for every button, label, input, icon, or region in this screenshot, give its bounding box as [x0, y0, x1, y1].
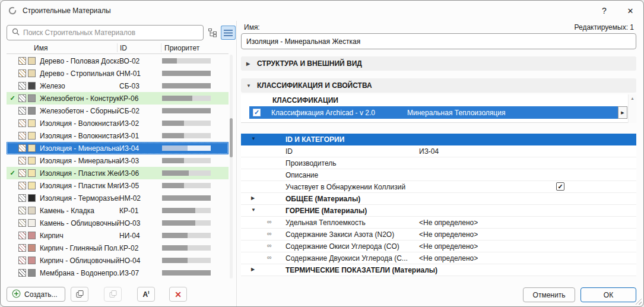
property-row[interactable]: ∞Содержание Окиси Углерода (CO)<Не опред…	[241, 240, 636, 252]
material-name: Железо	[40, 82, 119, 90]
classification-row[interactable]: ✓ Классификация Archicad - v 2.0 Минерал…	[249, 106, 618, 119]
property-value: ИЗ-04	[419, 147, 439, 156]
property-label: ГОРЕНИЕ (Материалы)	[285, 207, 367, 215]
property-row[interactable]: ▶ОБЩЕЕ (Материалы)	[241, 193, 636, 205]
section-classification-properties[interactable]: ▼ КЛАССИФИКАЦИЯ И СВОЙСТВА	[241, 78, 636, 93]
material-color-swatch	[28, 119, 36, 127]
property-row[interactable]: ∞Удельная Теплоемкость<Не определено>	[241, 217, 636, 229]
create-button[interactable]: Создать...	[7, 287, 65, 302]
column-header-id[interactable]: ID	[120, 44, 127, 52]
list-view-button[interactable]	[221, 26, 236, 40]
priority-bar-fill	[162, 121, 184, 126]
expand-icon[interactable]: ▶	[251, 196, 255, 201]
materials-scrollbar[interactable]	[230, 55, 233, 278]
close-button[interactable]: ✕	[617, 1, 643, 20]
column-header-name[interactable]: Имя	[34, 44, 47, 52]
search-box[interactable]	[7, 25, 204, 40]
property-row[interactable]: Участвует в Обнаружении Коллизий✓	[241, 181, 636, 193]
material-id: НМ-01	[119, 69, 162, 78]
row-check-icon: ✓	[7, 92, 18, 105]
collapse-icon[interactable]: ▼	[251, 208, 256, 213]
material-id: СБ-02	[119, 107, 162, 115]
material-row[interactable]: ✓Железобетон - Конструк...КР-06	[7, 92, 229, 105]
collapse-icon[interactable]: ▼	[251, 137, 256, 141]
search-input[interactable]	[23, 29, 198, 37]
property-row[interactable]: Описание	[241, 169, 636, 181]
material-row[interactable]: Изоляция - ТерморазъемНМ-02	[7, 192, 229, 204]
tree-view-button[interactable]	[205, 26, 220, 40]
property-label: Описание	[285, 171, 318, 179]
property-row[interactable]: ▼ID И КАТЕГОРИИ	[241, 134, 636, 145]
material-row[interactable]: Камень - ОблицовочныйНО-03	[7, 217, 229, 229]
property-row[interactable]: ∞Содержание Закиси Азота (N2O)<Не опреде…	[241, 229, 636, 240]
material-row[interactable]: Кирпич - ОблицовочныйНО-04	[7, 254, 229, 267]
property-label: Удельная Теплоемкость	[285, 219, 366, 227]
classification-expand-button[interactable]: ▶	[618, 106, 627, 119]
material-name: Дерево - Стропильная С...	[40, 69, 119, 78]
property-row[interactable]: ▶ТЕРМИЧЕСКИЕ ПОКАЗАТЕЛИ (Материалы)	[241, 264, 636, 276]
property-row[interactable]: ∞Содержание Двуокиси Углерода (С...<Не о…	[241, 252, 636, 264]
link-icon: ∞	[267, 219, 272, 225]
material-row[interactable]: КирпичНИ-04	[7, 229, 229, 242]
material-name: Железобетон - Сборный	[40, 107, 119, 115]
material-id: НО-04	[119, 257, 162, 265]
material-name-input[interactable]	[241, 33, 636, 49]
material-id: ИЗ-01	[119, 132, 162, 140]
ok-button[interactable]: ОК	[580, 287, 636, 302]
priority-bar	[162, 96, 211, 101]
rename-button[interactable]: AI	[137, 287, 155, 302]
material-name: Изоляция - Терморазъем	[40, 194, 119, 202]
material-name: Камень - Облицовочный	[40, 219, 119, 227]
link-icon: ∞	[267, 230, 272, 237]
material-row[interactable]: Мембрана - Водонепро...ИЗ-07	[7, 267, 229, 279]
property-checkbox[interactable]: ✓	[556, 182, 564, 191]
material-row[interactable]: Изоляция - Волокнистая ...ИЗ-01	[7, 129, 229, 142]
delete-button[interactable]: ✕	[169, 287, 187, 302]
classifications-pane: КЛАССИФИКАЦИИ ✓ Классификация Archicad -…	[241, 94, 636, 123]
material-row[interactable]: Железобетон - СборныйСБ-02	[7, 105, 229, 117]
column-header-priority[interactable]: Приоритет	[164, 44, 199, 52]
material-row[interactable]: Дерево - Стропильная С...НМ-01	[7, 67, 229, 80]
material-row[interactable]: Изоляция - Волокнистая ...ИЗ-02	[7, 117, 229, 129]
priority-bar-fill	[162, 108, 211, 113]
expand-icon[interactable]: ▶	[251, 267, 255, 272]
material-row[interactable]: Дерево - Половая ДоскаВО-02	[7, 55, 229, 67]
help-button[interactable]: ?	[591, 1, 617, 20]
cancel-button[interactable]: Отменить	[523, 287, 575, 302]
property-row[interactable]: IDИЗ-04	[241, 145, 636, 157]
duplicate-button[interactable]	[71, 287, 88, 302]
material-row[interactable]: Изоляция - Минеральна...ИЗ-03	[7, 154, 229, 167]
material-name: Камень - Кладка	[40, 207, 119, 215]
material-row[interactable]: ЖелезоСБ-03	[7, 80, 229, 92]
scrollbar-thumb[interactable]	[230, 118, 233, 157]
material-pattern-swatch	[18, 119, 26, 127]
classification-checkbox[interactable]: ✓	[253, 109, 261, 116]
material-row[interactable]: Изоляция - Минеральна...ИЗ-04	[7, 142, 229, 154]
property-value: <Не определено>	[419, 254, 478, 262]
material-pattern-swatch	[18, 269, 26, 277]
window-title: Строительные Материалы	[23, 7, 111, 15]
section-classification-label: КЛАССИФИКАЦИЯ И СВОЙСТВА	[257, 81, 372, 90]
classifications-header: КЛАССИФИКАЦИИ	[272, 96, 338, 105]
material-row[interactable]: ✓Изоляция - Пластик Жес...ИЗ-06	[7, 167, 229, 179]
priority-bar-fill	[162, 195, 211, 201]
material-row[interactable]: Кирпич - Глиняный Пол...КР-02	[7, 242, 229, 254]
material-pattern-swatch	[18, 182, 26, 189]
material-row[interactable]: Камень - КладкаКР-01	[7, 204, 229, 217]
material-name: Изоляция - Минеральна...	[40, 144, 119, 153]
priority-bar	[162, 195, 211, 201]
materials-list-header: Имя ID Приоритет	[7, 42, 229, 54]
material-row[interactable]: Изоляция - Пластик Мяг...ИЗ-05	[7, 179, 229, 192]
material-name: Кирпич - Облицовочный	[40, 257, 119, 265]
property-row[interactable]: ▼ГОРЕНИЕ (Материалы)	[241, 205, 636, 217]
material-id: ИЗ-05	[119, 182, 162, 190]
material-color-swatch	[28, 94, 36, 102]
building-materials-dialog: Строительные Материалы ? ✕ Имя ID Приори…	[0, 0, 644, 307]
material-color-swatch	[28, 169, 36, 177]
section-structure-appearance[interactable]: ▶ СТРУКТУРА И ВНЕШНИЙ ВИД	[241, 56, 636, 71]
classifications-scrollbar[interactable]: ▲	[628, 94, 636, 123]
materials-list: Дерево - Половая ДоскаВО-02Дерево - Стро…	[7, 55, 229, 279]
material-dialog-icon	[8, 6, 17, 15]
priority-bar	[162, 121, 211, 126]
property-row[interactable]: Производитель	[241, 157, 636, 169]
